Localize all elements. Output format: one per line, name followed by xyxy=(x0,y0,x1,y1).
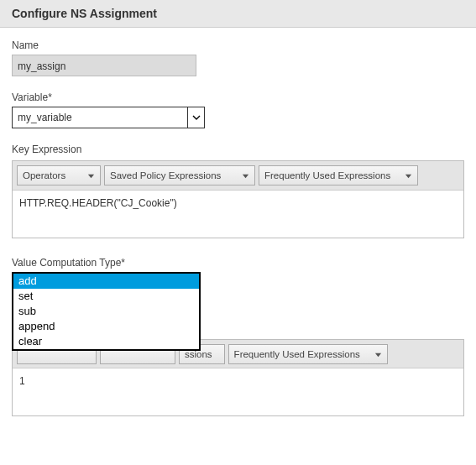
triangle-down-icon xyxy=(242,172,249,180)
operators-label: Operators xyxy=(23,170,65,180)
dialog-header: Configure NS Assignment xyxy=(0,0,476,28)
dialog-content: Name my_assign Variable* my_variable Key… xyxy=(0,28,476,416)
vct-label-wrap: Value Computation Type* xyxy=(12,257,464,269)
saved-expressions-dropdown[interactable]: Saved Policy Expressions xyxy=(104,165,255,185)
frequent-expressions-label-2: Frequently Used Expressions xyxy=(234,349,360,359)
name-label: Name xyxy=(12,39,464,51)
variable-group: Variable* my_variable xyxy=(12,91,464,128)
triangle-down-icon xyxy=(87,172,95,180)
svg-marker-4 xyxy=(375,353,381,357)
variable-label: Variable* xyxy=(12,91,464,103)
vct-option-clear[interactable]: clear xyxy=(13,334,199,349)
svg-marker-1 xyxy=(243,174,248,178)
key-expr-label-wrap: Key Expression xyxy=(12,144,464,155)
value-computation-type-dropdown[interactable]: add set sub append clear xyxy=(12,272,201,351)
svg-marker-2 xyxy=(405,174,411,178)
dialog-title: Configure NS Assignment xyxy=(12,7,464,20)
variable-value: my_variable xyxy=(13,112,187,123)
key-expression-panel: Operators Saved Policy Expressions Frequ… xyxy=(12,160,464,238)
vct-option-sub[interactable]: sub xyxy=(13,304,199,319)
frequent-expressions-dropdown-2[interactable]: Frequently Used Expressions xyxy=(228,344,388,364)
key-expression-toolbar: Operators Saved Policy Expressions Frequ… xyxy=(13,161,463,191)
vct-option-append[interactable]: append xyxy=(13,319,199,334)
value-computation-type-select-area: add set sub append clear xyxy=(12,272,464,297)
vct-option-set[interactable]: set xyxy=(13,289,199,304)
frequent-expressions-label: Frequently Used Expressions xyxy=(264,170,390,180)
chevron-down-icon xyxy=(187,107,204,128)
triangle-down-icon xyxy=(405,172,412,180)
saved-expressions-label: Saved Policy Expressions xyxy=(110,170,221,180)
frequent-expressions-dropdown[interactable]: Frequently Used Expressions xyxy=(259,165,418,185)
key-expression-editor[interactable]: HTTP.REQ.HEADER("CJ_Cookie") xyxy=(13,191,463,238)
name-field: my_assign xyxy=(12,55,196,76)
vct-option-add[interactable]: add xyxy=(13,274,199,289)
value-computation-type-label: Value Computation Type* xyxy=(12,257,464,269)
variable-select[interactable]: my_variable xyxy=(12,107,205,128)
svg-marker-0 xyxy=(88,174,94,178)
triangle-down-icon xyxy=(374,351,382,358)
key-expression-label: Key Expression xyxy=(12,144,464,155)
operators-dropdown[interactable]: Operators xyxy=(17,165,101,185)
name-group: Name my_assign xyxy=(12,39,464,76)
value-expression-editor[interactable]: 1 xyxy=(13,368,463,415)
